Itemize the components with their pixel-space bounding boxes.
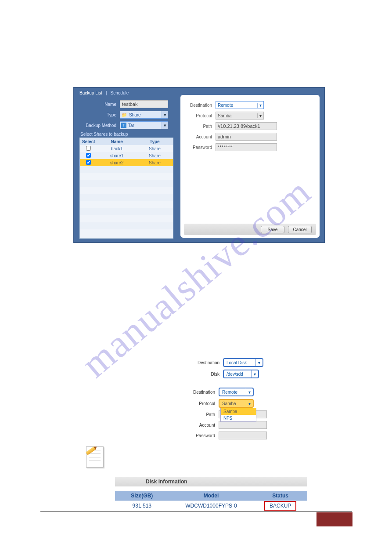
tab-schedule[interactable]: Schedule — [109, 90, 131, 96]
page-accent-block — [316, 512, 352, 526]
password-label: Password — [184, 433, 219, 438]
tab-separator: | — [106, 90, 107, 95]
table-row-empty — [80, 201, 173, 208]
path-label: Path — [185, 124, 216, 129]
disk-table: Size(GB) Model Status 931.513 WDCWD1000F… — [115, 491, 307, 511]
dropdown-option-nfs[interactable]: NFS — [221, 415, 256, 421]
method-label: Backup Method — [79, 123, 120, 128]
protocol-dropdown: Samba NFS — [220, 408, 256, 422]
method-value: Tar — [127, 123, 162, 128]
row-name: share2 — [97, 160, 137, 165]
row-name: share1 — [97, 153, 137, 158]
archive-icon: T — [121, 123, 126, 128]
table-row[interactable]: share1 Share — [80, 152, 173, 159]
row-type: Share — [137, 146, 173, 151]
table-row-empty — [80, 215, 173, 222]
destination-label: Destination — [189, 360, 223, 365]
name-label: Name — [79, 102, 120, 107]
cell-model: WDCWD1000FYPS-0 — [169, 501, 254, 511]
left-panel: Name Type 📁 Share ▾ Backup Method T Tar — [79, 98, 175, 239]
disk-value: /dev/sdd — [224, 372, 251, 377]
disk-label: Disk — [189, 372, 223, 377]
row-type: Share — [137, 160, 173, 165]
table-row-empty — [80, 166, 173, 173]
row-name: back1 — [97, 146, 137, 151]
chevron-down-icon: ▾ — [246, 388, 253, 395]
table-row[interactable]: back1 Share — [80, 145, 173, 152]
disk-info-title: Disk Information — [115, 477, 307, 486]
type-select[interactable]: 📁 Share ▾ — [120, 111, 168, 119]
row-checkbox[interactable] — [86, 146, 91, 151]
shares-table: Select Name Type back1 Share share1 Shar… — [79, 138, 173, 239]
table-row-empty — [80, 187, 173, 194]
type-label: Type — [79, 112, 120, 117]
disk-select[interactable]: /dev/sdd ▾ — [223, 370, 259, 378]
folder-icon: 📁 — [121, 112, 127, 118]
remote-block: Destination Remote ▾ Protocol Samba ▾ Sa… — [184, 385, 281, 442]
chevron-down-icon: ▾ — [162, 111, 168, 118]
cell-size: 931.513 — [115, 501, 169, 511]
account-label: Account — [185, 134, 216, 139]
button-bar: Save Cancel — [184, 224, 316, 235]
protocol-select[interactable]: Samba ▾ — [216, 112, 264, 120]
table-row-empty — [80, 173, 173, 180]
col-name: Name — [97, 139, 137, 144]
disk-info-panel: Disk Information Size(GB) Model Status 9… — [115, 477, 307, 511]
col-model: Model — [169, 491, 254, 501]
shares-heading: Select Shares to backup — [80, 132, 175, 137]
password-input[interactable] — [219, 432, 267, 439]
row-type: Share — [137, 153, 173, 158]
disk-row: 931.513 WDCWD1000FYPS-0 BACKUP — [115, 501, 307, 511]
destination-select[interactable]: Local Disk ▾ — [223, 358, 263, 367]
table-row-empty — [80, 222, 173, 229]
table-row[interactable]: share2 Share — [80, 159, 173, 166]
table-row-empty — [80, 180, 173, 187]
dropdown-option-samba[interactable]: Samba — [221, 408, 256, 415]
type-value: Share — [128, 112, 162, 117]
chevron-down-icon: ▾ — [255, 359, 263, 366]
protocol-value: Samba — [219, 401, 246, 406]
destination-value: Remote — [216, 103, 257, 108]
save-button[interactable]: Save — [261, 226, 284, 233]
col-type: Type — [137, 139, 173, 144]
protocol-value: Samba — [216, 113, 257, 118]
destination-value: Remote — [219, 390, 246, 395]
name-input[interactable] — [120, 100, 168, 108]
path-input[interactable] — [216, 122, 277, 130]
destination-value: Local Disk — [224, 360, 255, 365]
col-select: Select — [80, 139, 97, 144]
row-checkbox[interactable] — [86, 153, 91, 158]
protocol-label: Protocol — [185, 113, 216, 118]
table-row-empty — [80, 194, 173, 201]
password-label: Password — [185, 145, 216, 150]
backup-dialog: Backup List | Schedule Name Type 📁 Share… — [73, 87, 325, 243]
row-checkbox[interactable] — [86, 160, 91, 165]
path-label: Path — [184, 412, 219, 417]
local-disk-block: Destination Local Disk ▾ Disk /dev/sdd ▾ — [189, 355, 281, 381]
chevron-down-icon: ▾ — [257, 113, 263, 118]
chevron-down-icon: ▾ — [246, 400, 253, 407]
right-panel: Destination Remote ▾ Protocol Samba ▾ Pa… — [180, 95, 320, 238]
chevron-down-icon: ▾ — [257, 103, 263, 108]
account-input[interactable] — [219, 421, 267, 429]
note-icon — [82, 443, 108, 469]
destination-label: Destination — [184, 390, 219, 395]
destination-select[interactable]: Remote ▾ — [216, 101, 264, 109]
cancel-button[interactable]: Cancel — [288, 226, 312, 233]
protocol-label: Protocol — [184, 401, 219, 406]
table-row-empty — [80, 229, 173, 236]
page-divider — [40, 511, 352, 512]
destination-label: Destination — [185, 103, 216, 108]
destination-select[interactable]: Remote ▾ — [219, 388, 254, 396]
chevron-down-icon: ▾ — [162, 122, 168, 129]
col-status: Status — [253, 491, 307, 501]
method-select[interactable]: T Tar ▾ — [120, 121, 168, 129]
tab-backup-list[interactable]: Backup List — [78, 90, 104, 96]
table-row-empty — [80, 208, 173, 215]
password-input[interactable] — [216, 143, 277, 151]
status-badge: BACKUP — [264, 501, 296, 511]
chevron-down-icon: ▾ — [251, 370, 258, 377]
protocol-select[interactable]: Samba ▾ — [219, 399, 254, 408]
account-input[interactable] — [216, 133, 277, 141]
col-size: Size(GB) — [115, 491, 169, 501]
